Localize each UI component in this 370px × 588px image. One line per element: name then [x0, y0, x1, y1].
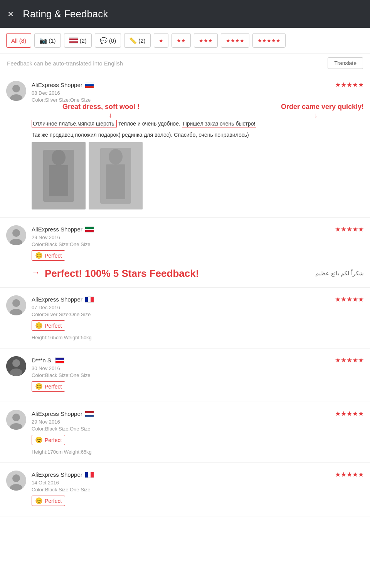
stars-rating: ★★★★★ [335, 471, 364, 479]
filter-2star[interactable]: ★★ [172, 33, 191, 48]
review-variant: Color:Black Size:One Size [32, 372, 364, 378]
text-highlight-2: Пришёл заказ очень быстро! [182, 120, 257, 127]
review-item: AliExpress Shopper ★★★★★ 07 Dec 2016 Col… [0, 288, 370, 348]
review-top: AliExpress Shopper ★★★★★ [32, 410, 364, 418]
review-image-2[interactable] [89, 142, 143, 209]
chat-icon: 💬 [100, 37, 108, 44]
annotation-great-dress: Great dress, soft wool ! [62, 103, 140, 111]
review-images [32, 142, 364, 209]
arrow-down-1: ↓ [109, 111, 112, 119]
review-item: AliExpress Shopper ★★★★★ 29 Nov 2016 Col… [0, 402, 370, 463]
translate-bar: Feedback can be auto-translated into Eng… [0, 54, 370, 73]
review-body: D***n S. ★★★★★ 30 Nov 2016 Color:Black S… [32, 356, 364, 394]
filter-lang[interactable]: (2) [64, 33, 92, 48]
perfect-badge: 😊 Perfect [32, 250, 65, 261]
filter-1star[interactable]: ★ [154, 33, 168, 48]
croatia-flag-icon [55, 357, 64, 364]
avatar [6, 225, 26, 245]
perfect-label: Perfect [45, 384, 62, 390]
review-top: AliExpress Shopper ★★★★★ [32, 471, 364, 479]
photo-icon: 📷 [39, 37, 47, 44]
stars-rating: ★★★★★ [335, 356, 364, 364]
emoji-icon: 😊 [35, 497, 43, 504]
svg-rect-6 [49, 165, 68, 196]
page-title: Rating & Feedback [23, 8, 108, 20]
avatar [6, 410, 26, 430]
filter-size[interactable]: 📏 (2) [124, 33, 150, 48]
annotation-row: → Perfect! 100% 5 Stars Feedback! شكراً … [32, 265, 364, 280]
review-top: AliExpress Shopper ★★★★★ [32, 225, 364, 233]
translate-button[interactable]: Translate [328, 57, 363, 69]
perfect-badge: 😊 Perfect [32, 381, 65, 392]
annotation-100pct: Perfect! 100% 5 Stars Feedback! [45, 268, 199, 280]
review-text: Отличное платье,мягкая шерсть, тёплое и … [32, 120, 364, 128]
review-variant: Color:Black Size:One Size [32, 241, 364, 247]
svg-point-18 [12, 359, 20, 367]
kuwait-flag-icon [85, 226, 94, 233]
reviewer-name: D***n S. [32, 357, 64, 364]
annotation-order-quick: Order came very quickly! [281, 103, 364, 111]
filter-5star[interactable]: ★★★★★ [252, 33, 286, 48]
stars-rating: ★★★★★ [335, 410, 364, 418]
review-body: AliExpress Shopper ★★★★★ 07 Dec 2016 Col… [32, 295, 364, 340]
stars-rating: ★★★★★ [335, 295, 364, 303]
svg-point-15 [12, 299, 20, 307]
review-date: 14 Oct 2016 [32, 480, 364, 486]
perfect-badge: 😊 Perfect [32, 496, 65, 506]
svg-point-24 [12, 474, 20, 482]
review-date: 30 Nov 2016 [32, 365, 364, 371]
translate-hint: Feedback can be auto-translated into Eng… [7, 60, 123, 67]
close-button[interactable]: × [8, 8, 13, 20]
review-variant: Color:Sliver Size:One Size [32, 97, 364, 103]
ruler-icon: 📏 [129, 37, 137, 44]
review-date: 07 Dec 2016 [32, 305, 364, 310]
stars-rating: ★★★★★ [335, 81, 364, 89]
review-body: AliExpress Shopper ★★★★★ 29 Nov 2016 Col… [32, 225, 364, 280]
avatar [6, 471, 26, 491]
filter-all[interactable]: All (8) [6, 33, 31, 48]
review-top: D***n S. ★★★★★ [32, 356, 364, 364]
review-date: 29 Nov 2016 [32, 419, 364, 425]
france-flag-icon [85, 297, 94, 303]
review-hw: Height:170cm Weight:65kg [32, 449, 364, 455]
svg-rect-10 [106, 164, 125, 199]
svg-point-12 [12, 229, 20, 237]
review-top: AliExpress Shopper ★★★★★ [32, 81, 364, 89]
perfect-badge: 😊 Perfect [32, 435, 65, 445]
review-text-2: Так же продавец положил подарок( рединка… [32, 131, 364, 139]
reviewer-name: AliExpress Shopper [32, 410, 94, 417]
perfect-label: Perfect [45, 323, 62, 329]
review-image-1[interactable] [32, 142, 86, 209]
netherlands-flag-icon [85, 411, 94, 417]
svg-point-21 [12, 414, 20, 421]
emoji-icon: 😊 [35, 383, 43, 390]
reviewer-name: AliExpress Shopper [32, 296, 94, 303]
reviewer-name: AliExpress Shopper [32, 226, 94, 233]
usa-flag-icon [69, 37, 78, 44]
filter-4star[interactable]: ★★★★ [221, 33, 249, 48]
svg-point-5 [52, 150, 66, 165]
perfect-badge: 😊 Perfect [32, 320, 65, 331]
arrow-down-2: ↓ [314, 111, 318, 119]
svg-point-1 [12, 85, 20, 92]
emoji-icon: 😊 [35, 252, 43, 259]
perfect-label: Perfect [45, 498, 62, 504]
review-date: 08 Dec 2016 [32, 90, 364, 96]
reviewer-name: AliExpress Shopper [32, 471, 94, 478]
review-item: AliExpress Shopper ★★★★★ 14 Oct 2016 Col… [0, 463, 370, 516]
russia-flag-icon [85, 82, 94, 88]
review-body: AliExpress Shopper ★★★★★ 14 Oct 2016 Col… [32, 471, 364, 508]
filter-chat[interactable]: 💬 (0) [95, 33, 121, 48]
svg-point-19 [10, 369, 22, 376]
review-hw: Height:165cm Weight:50kg [32, 335, 364, 340]
filter-3star[interactable]: ★★★ [194, 33, 218, 48]
review-variant: Color:Black Size:One Size [32, 426, 364, 432]
filter-photo[interactable]: 📷 (1) [34, 33, 61, 48]
perfect-label: Perfect [45, 437, 62, 443]
filter-bar: All (8) 📷 (1) (2) 💬 (0) 📏 (2) ★ ★★ ★★★ ★… [0, 28, 370, 54]
review-body: AliExpress Shopper ★★★★★ 29 Nov 2016 Col… [32, 410, 364, 455]
text-highlight-1: Отличное платье,мягкая шерсть, [32, 120, 117, 127]
reviewer-name: AliExpress Shopper [32, 82, 94, 88]
avatar [6, 81, 26, 101]
review-top: AliExpress Shopper ★★★★★ [32, 295, 364, 303]
